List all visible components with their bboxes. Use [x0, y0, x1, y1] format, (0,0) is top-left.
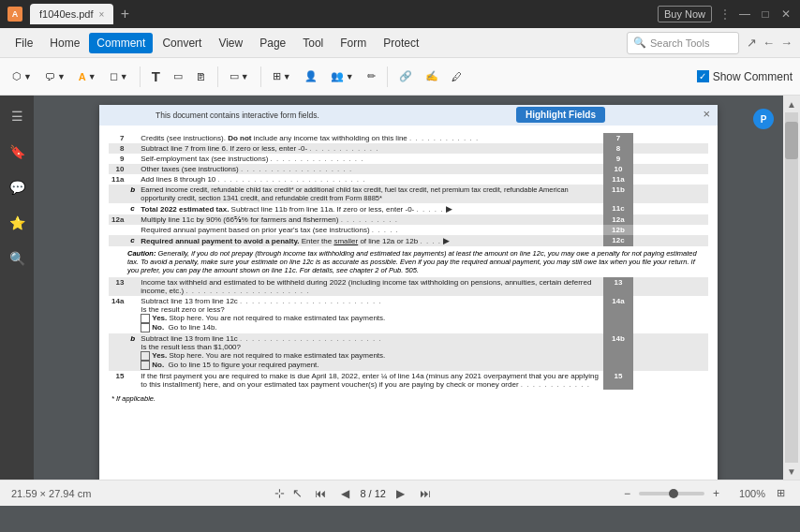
pencil-btn[interactable]: ✏ — [363, 64, 380, 90]
shape-icon: ◻ — [110, 70, 118, 82]
back-icon[interactable]: ← — [763, 36, 775, 50]
sidebar-search-icon[interactable]: 🔍 — [4, 245, 30, 272]
tab-close-btn[interactable]: × — [99, 9, 105, 20]
table-row: b Subtract line 13 from line 11c . . . .… — [109, 333, 708, 371]
zoom-handle[interactable] — [669, 489, 678, 498]
zoom-in-btn[interactable]: + — [708, 485, 724, 502]
external-link-icon[interactable]: ↗ — [747, 36, 757, 50]
checkbox-14b-no[interactable] — [141, 361, 150, 370]
link-btn[interactable]: 🔗 — [394, 64, 417, 90]
text-tool-btn[interactable]: T — [147, 64, 165, 90]
show-comment-checkbox[interactable]: ✓ — [697, 70, 709, 82]
pointer-icon[interactable]: ↖ — [292, 486, 303, 500]
scroll-down-btn[interactable]: ▼ — [783, 463, 800, 480]
new-tab-btn[interactable]: + — [115, 5, 134, 23]
zoom-slider[interactable] — [639, 492, 704, 495]
app-icon: A — [7, 7, 22, 22]
toolbar-sep-3 — [260, 66, 261, 87]
search-tools-bar[interactable]: 🔍 Search Tools — [627, 32, 739, 54]
highlight-fields-btn[interactable]: Highlight Fields — [516, 107, 605, 123]
area-tool-btn[interactable]: ⊞▼ — [268, 64, 296, 90]
highlight-bar: This document contains interactive form … — [99, 105, 718, 126]
toolbar-sep-4 — [387, 66, 388, 87]
maximize-btn[interactable]: □ — [759, 7, 772, 21]
table-row: * If applicable. — [109, 390, 708, 404]
minimize-btn[interactable]: — — [738, 7, 751, 21]
menu-dots[interactable]: ⋮ — [719, 7, 731, 21]
checkbox-14b-yes[interactable] — [141, 351, 150, 361]
nav-next-btn[interactable]: ▶ — [392, 485, 409, 502]
stamp2-btn[interactable]: 🖊 — [447, 64, 467, 90]
buy-now-btn[interactable]: Buy Now — [658, 6, 712, 22]
menu-bar: File Home Comment Convert View Page Tool… — [0, 28, 800, 58]
select-tool-btn[interactable]: ⬡▼ — [7, 64, 37, 90]
pencil-icon: ✏ — [367, 70, 376, 82]
zoom-percent: 100% — [728, 488, 765, 499]
show-comment-toggle[interactable]: ✓ Show Comment — [697, 70, 793, 83]
menu-protect[interactable]: Protect — [376, 33, 426, 53]
select-arrow: ▼ — [23, 72, 32, 81]
highlight-tool-btn[interactable]: A▼ — [74, 64, 101, 90]
line-number: 7 — [109, 133, 127, 143]
toolbar: ⬡▼ 🗩▼ A▼ ◻▼ T ▭ 🖹 ▭▼ ⊞▼ 👤 👥▼ ✏ 🔗 ✍ 🖊 — [0, 58, 800, 96]
add-person-btn[interactable]: 👤 — [300, 64, 322, 90]
right-scrollbar[interactable]: ▲ ▼ — [783, 96, 800, 480]
toolbar-sep-1 — [140, 66, 141, 87]
sign-btn[interactable]: ✍ — [421, 64, 443, 90]
form-table: 7 Credits (see instructions). Do not inc… — [109, 133, 708, 404]
textbox-tool-btn[interactable]: ▭ — [169, 64, 187, 90]
sign-icon: ✍ — [425, 70, 438, 82]
menu-home[interactable]: Home — [42, 33, 87, 53]
rectangle-btn[interactable]: ▭▼ — [225, 64, 254, 90]
shape-tool-btn[interactable]: ◻▼ — [105, 64, 133, 90]
menu-comment[interactable]: Comment — [89, 33, 153, 53]
checkbox-14a-yes[interactable] — [141, 314, 150, 323]
nav-first-btn[interactable]: ⏮ — [310, 485, 331, 502]
footnote-text: * If applicable. — [111, 394, 705, 403]
zoom-out-btn[interactable]: − — [619, 485, 635, 502]
main-area: ☰ 🔖 💬 ⭐ 🔍 ◀ This document contains inter… — [0, 96, 800, 480]
nav-prev-btn[interactable]: ◀ — [336, 485, 354, 502]
area-icon: ⊞ — [273, 70, 281, 82]
sidebar-star-icon[interactable]: ⭐ — [4, 210, 30, 236]
page-dimensions: 21.59 × 27.94 cm — [11, 488, 91, 499]
stamp2-icon: 🖊 — [452, 71, 462, 82]
left-sidebar: ☰ 🔖 💬 ⭐ 🔍 — [0, 96, 34, 480]
sidebar-bookmark-icon[interactable]: 🔖 — [4, 139, 30, 165]
search-tools-placeholder: Search Tools — [650, 37, 709, 49]
cursor-icon[interactable]: ⊹ — [274, 486, 285, 500]
nav-last-btn[interactable]: ⏭ — [415, 485, 436, 502]
menu-file[interactable]: File — [7, 33, 40, 53]
field-id-10: 10 — [603, 164, 633, 174]
stamp-tool-btn[interactable]: 🖹 — [191, 64, 211, 90]
highlight-bar-close-btn[interactable]: × — [703, 107, 710, 121]
scroll-track[interactable] — [785, 112, 798, 463]
sidebar-nav-icon[interactable]: ☰ — [4, 103, 30, 129]
menu-form[interactable]: Form — [333, 33, 374, 53]
sticky-note-btn[interactable]: 🗩▼ — [40, 64, 70, 90]
checkbox-14a-no[interactable] — [141, 323, 150, 332]
menu-convert[interactable]: Convert — [155, 33, 209, 53]
scroll-thumb[interactable] — [785, 122, 798, 159]
table-row: 12a Multiply line 11c by 90% (66⅔% for f… — [109, 214, 708, 225]
fit-page-btn[interactable]: ⊞ — [773, 485, 789, 501]
pdf-tab[interactable]: f1040es.pdf × — [30, 4, 113, 24]
forward-icon[interactable]: → — [780, 36, 793, 50]
sidebar-comment-icon[interactable]: 💬 — [4, 174, 30, 200]
text-icon: T — [152, 68, 160, 84]
close-window-btn[interactable]: ✕ — [779, 7, 793, 21]
menu-view[interactable]: View — [211, 33, 250, 53]
person-icon: 👤 — [304, 70, 318, 82]
menu-page[interactable]: Page — [252, 33, 293, 53]
sticky-note-icon: 🗩 — [45, 71, 55, 82]
title-bar-left: A — [7, 7, 22, 22]
highlight-bar-message: This document contains interactive form … — [156, 111, 319, 120]
field-id-9: 9 — [603, 154, 633, 164]
field-id-11b: 11b — [603, 185, 633, 203]
zoom-controls: − + 100% — [619, 485, 765, 502]
scroll-up-btn[interactable]: ▲ — [783, 96, 800, 112]
menu-tool[interactable]: Tool — [295, 33, 331, 53]
table-row: 7 Credits (see instructions). Do not inc… — [109, 133, 708, 143]
user-avatar[interactable]: P — [753, 109, 774, 129]
share-btn[interactable]: 👥▼ — [326, 64, 359, 90]
